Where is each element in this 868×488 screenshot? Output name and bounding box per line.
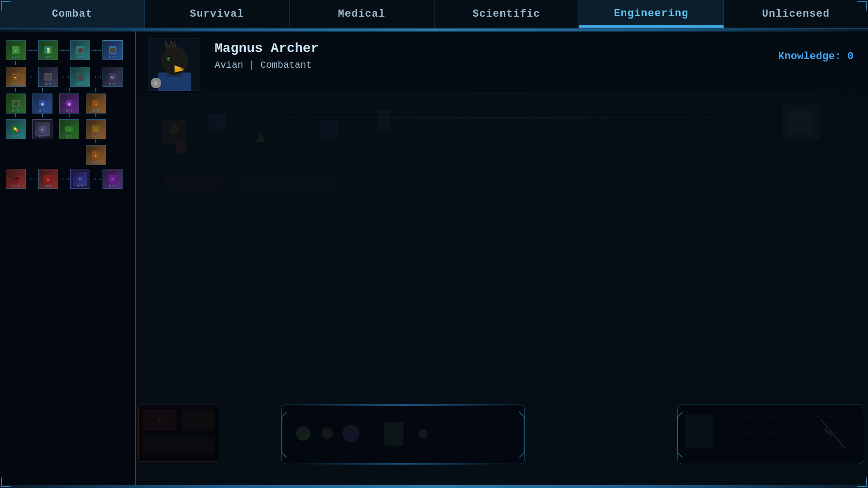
character-portrait: ◎ xyxy=(148,39,205,96)
svg-point-36 xyxy=(13,177,15,179)
v-connectors-2 xyxy=(6,88,131,93)
skill-row-2: 🦅 0/1 →→ ⬛ 0/1 →→ ⬛ 0/1 xyxy=(6,67,131,87)
svg-point-70 xyxy=(321,428,333,439)
skill-arrow-6: →→ xyxy=(91,72,102,82)
skill-node-4-3[interactable]: ↓ 0/1 xyxy=(59,119,79,139)
svg-rect-58 xyxy=(320,120,339,139)
svg-text:✦: ✦ xyxy=(94,154,97,158)
v-connectors-3 xyxy=(6,114,131,119)
skill-arrow-skull: →→ xyxy=(27,174,37,184)
tab-combat[interactable]: Combat xyxy=(0,0,145,28)
svg-point-42 xyxy=(80,178,81,180)
svg-text:⚙: ⚙ xyxy=(111,75,114,80)
svg-text:◉: ◉ xyxy=(41,102,44,107)
skill-node-2-4[interactable]: ⚙ 0/1 xyxy=(103,67,123,87)
skill-arrow-red: →→ xyxy=(59,174,70,184)
skill-node-1-1[interactable]: ⚡ 0/1 xyxy=(6,40,26,60)
svg-text:⬛: ⬛ xyxy=(110,47,116,53)
skill-arrow-5: →→ xyxy=(59,72,70,82)
v-line-3d xyxy=(95,114,96,117)
tab-engineering[interactable]: Engineering xyxy=(579,0,724,28)
skill-node-purple-final[interactable]: ⚡ 0/1 xyxy=(103,169,123,189)
skill-node-3-3[interactable]: ◉ 0/1 xyxy=(59,93,79,114)
skill-node-skull[interactable]: 0/1 xyxy=(6,169,26,189)
bg-sprite-6 xyxy=(374,108,393,139)
panel-left-bracket xyxy=(279,410,289,460)
nav-underline xyxy=(0,29,868,31)
v-line-2b xyxy=(42,88,43,92)
svg-point-73 xyxy=(418,429,427,438)
svg-rect-62 xyxy=(165,175,222,189)
corner-decoration-bl xyxy=(1,478,10,487)
svg-point-52 xyxy=(168,58,169,59)
svg-rect-63 xyxy=(241,175,336,191)
panel-right-bracket xyxy=(517,410,527,460)
svg-text:⚔: ⚔ xyxy=(94,128,97,133)
svg-point-69 xyxy=(296,426,310,441)
skill-node-2-1[interactable]: 🦅 0/1 xyxy=(6,67,26,87)
bottom-panel-right xyxy=(677,405,863,464)
svg-rect-61 xyxy=(789,110,813,134)
skill-node-4-4[interactable]: ⚔ 0/1 xyxy=(86,119,106,139)
bottom-panel-mid xyxy=(281,405,525,464)
v-line-2a xyxy=(15,88,16,92)
v-line-1 xyxy=(15,61,16,65)
bg-sprite-2 xyxy=(207,113,227,134)
v-line-3c xyxy=(69,114,70,117)
skill-node-3-4[interactable]: ⚔ 0/1 xyxy=(86,93,106,114)
svg-rect-79 xyxy=(824,428,832,436)
skill-node-4-1[interactable]: 💊 0/1 xyxy=(6,119,26,139)
character-header: ◎ Magnus Archer Avian | Combatant Knowle… xyxy=(136,31,868,103)
svg-text:◉: ◉ xyxy=(68,102,71,107)
svg-point-71 xyxy=(342,425,360,442)
skill-node-red-2[interactable]: ☠ 0/1 xyxy=(38,169,58,189)
skill-node-4-2[interactable]: ⚡ 0/1 xyxy=(32,119,52,139)
bottom-border xyxy=(0,485,868,488)
svg-text:✦: ✦ xyxy=(157,415,163,426)
content-area: ◎ Magnus Archer Avian | Combatant Knowle… xyxy=(136,31,868,488)
top-navigation: Combat Survival Medical Scientific Engin… xyxy=(0,0,868,29)
skill-node-eye[interactable]: 0/1 xyxy=(70,169,90,189)
corner-decoration-tr xyxy=(858,1,867,10)
skill-panel: ⚡ 0/1 →→ 🔋 0/1 →→ ⬛ 0/1 xyxy=(0,31,136,488)
skill-node-1-2[interactable]: 🔋 0/1 xyxy=(38,40,58,60)
panel-bottom-line xyxy=(296,463,510,465)
skill-node-1-4[interactable]: ⬛ 0/1 xyxy=(103,40,123,60)
svg-text:🔋: 🔋 xyxy=(45,47,52,53)
svg-point-37 xyxy=(16,177,18,179)
tab-scientific[interactable]: Scientific xyxy=(434,0,579,28)
skill-node-2-2[interactable]: ⬛ 0/1 xyxy=(38,67,58,87)
skill-arrow-4: →→ xyxy=(27,72,37,82)
portrait-frame: ◎ xyxy=(148,39,200,91)
svg-text:⚔: ⚔ xyxy=(94,102,97,107)
bg-sprite-3 xyxy=(174,141,188,158)
skill-row-special: 0/1 →→ ☠ 0/1 →→ 0/1 →→ xyxy=(6,169,131,189)
main-content: ⚡ 0/1 →→ 🔋 0/1 →→ ⬛ 0/1 xyxy=(0,31,868,488)
skill-node-3-2[interactable]: ◉ 0/1 xyxy=(32,93,52,114)
panel-top-line xyxy=(296,404,510,406)
skill-node-1-3[interactable]: ⬛ 0/1 xyxy=(70,40,90,60)
v-connector-1 xyxy=(6,61,131,67)
corner-decoration-tl xyxy=(1,1,10,10)
coin-icon: ◎ xyxy=(151,78,161,88)
svg-text:⬛: ⬛ xyxy=(77,74,83,80)
v-line-2c xyxy=(69,88,70,92)
svg-text:⬛: ⬛ xyxy=(13,101,19,107)
bg-sprite-5 xyxy=(317,117,341,144)
svg-text:⬛: ⬛ xyxy=(77,47,83,53)
skill-node-2-3[interactable]: ⬛ 0/1 xyxy=(70,67,90,87)
bg-sprite-4 xyxy=(255,132,267,146)
svg-text:⚡: ⚡ xyxy=(14,48,17,53)
skill-node-5-4[interactable]: ✦ 0/1 xyxy=(86,145,106,165)
tab-survival[interactable]: Survival xyxy=(145,0,290,28)
svg-text:⚡: ⚡ xyxy=(111,177,114,182)
bg-sprite-7 xyxy=(782,103,820,144)
skill-row-1: ⚡ 0/1 →→ 🔋 0/1 →→ ⬛ 0/1 xyxy=(6,40,131,60)
svg-text:⚡: ⚡ xyxy=(41,128,43,133)
active-tab-indicator xyxy=(579,25,723,27)
tab-medical[interactable]: Medical xyxy=(289,0,434,28)
tab-unlicensed[interactable]: Unlicensed xyxy=(724,0,868,28)
skill-node-3-1[interactable]: ⬛ 0/1 xyxy=(6,93,26,114)
svg-rect-35 xyxy=(14,181,18,183)
character-name: Magnus Archer xyxy=(215,41,319,56)
